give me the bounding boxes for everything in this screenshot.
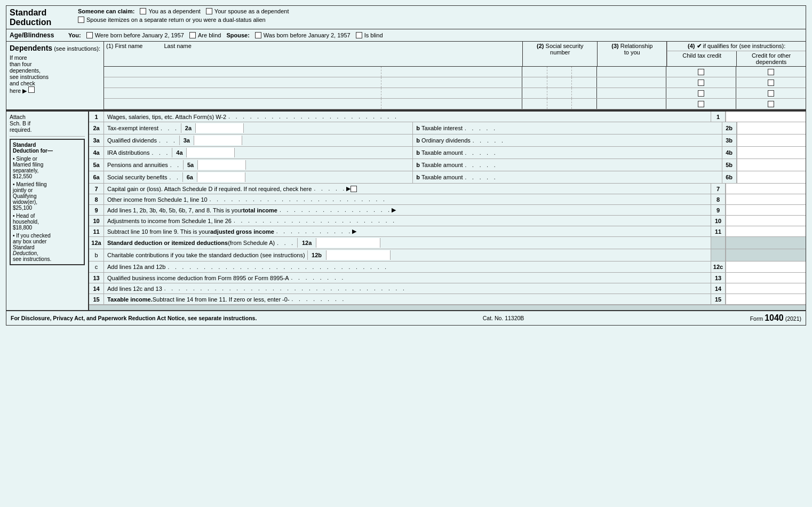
dep-row4-relationship[interactable] xyxy=(597,99,666,109)
line-8-final-num: 8 xyxy=(711,194,726,204)
line-12c-value[interactable] xyxy=(726,262,806,272)
dep-row4-last[interactable] xyxy=(381,99,522,109)
dep-row4-first[interactable] xyxy=(104,99,381,109)
main-lines-section: AttachSch. B ifrequired. StandardDeducti… xyxy=(6,110,806,310)
line-6b-value[interactable] xyxy=(737,171,806,183)
checkbox-more-dependents[interactable] xyxy=(28,86,35,93)
dep-row1-ssn1[interactable] xyxy=(522,67,547,77)
line-5a-input[interactable] xyxy=(198,160,246,170)
dep-row1-ssn3[interactable] xyxy=(572,67,596,77)
dep-row3-child-credit[interactable] xyxy=(666,88,736,98)
dependent-you-option[interactable]: You as a dependent xyxy=(140,8,200,14)
dep-row1-other-credit[interactable] xyxy=(736,67,806,77)
line-14-final-num: 14 xyxy=(711,283,726,294)
checkbox-born-1957-you[interactable] xyxy=(86,32,93,38)
line-11-value[interactable] xyxy=(726,226,806,236)
dep-row2-ssn3[interactable] xyxy=(572,77,596,88)
line-3-content: Qualified dividends . . . 3a b Ordinary … xyxy=(104,134,722,146)
line-8-row: 8 Other income from Schedule 1, line 10 … xyxy=(89,194,806,205)
line-14-value[interactable] xyxy=(726,283,806,294)
line-13-value[interactable] xyxy=(726,273,806,283)
dep-row3-relationship[interactable] xyxy=(597,88,666,98)
are-blind-you[interactable]: Are blind xyxy=(189,32,221,38)
std-ded-married-joint: • Married filingjointly orQualifyingwido… xyxy=(13,181,82,211)
line-3a-input[interactable] xyxy=(194,136,242,145)
checkbox-row1-child[interactable] xyxy=(698,69,704,75)
dep-row2-other-credit[interactable] xyxy=(736,77,806,88)
dep-row3-last[interactable] xyxy=(381,88,522,98)
checkbox-blind-you[interactable] xyxy=(189,32,196,38)
dep-row2-relationship[interactable] xyxy=(597,77,666,88)
line-13-num: 13 xyxy=(89,273,104,283)
line-4a-input[interactable] xyxy=(187,148,235,157)
line-7-value[interactable] xyxy=(726,184,806,194)
checkbox-born-1957-spouse[interactable] xyxy=(255,32,261,38)
dep-row1-child-credit[interactable] xyxy=(666,67,736,77)
line-14-desc: Add lines 12c and 13 . . . . . . . . . .… xyxy=(104,283,711,294)
line-5b-value[interactable] xyxy=(737,159,806,171)
dep-row4-child-credit[interactable] xyxy=(666,99,736,109)
dep-row1-first[interactable] xyxy=(104,67,381,77)
dep-row3-other-credit[interactable] xyxy=(736,88,806,98)
dep-row3-first[interactable] xyxy=(104,88,381,98)
line-2a-input[interactable] xyxy=(196,123,244,133)
line-8-value[interactable] xyxy=(726,194,806,204)
dep-row3-qualifies xyxy=(666,88,806,98)
dep-row4-ssn3[interactable] xyxy=(572,99,596,109)
dep-row1-ssn2[interactable] xyxy=(547,67,572,77)
line-6a-input[interactable] xyxy=(197,172,245,182)
line-10-value[interactable] xyxy=(726,216,806,226)
checkbox-row3-child[interactable] xyxy=(698,90,704,97)
blind-spouse-label: Is blind xyxy=(364,32,383,38)
dep-row2-first[interactable] xyxy=(104,77,381,88)
line-2b-value[interactable] xyxy=(737,122,806,134)
dep-row2-child-credit[interactable] xyxy=(666,77,736,88)
dep-row1-relationship[interactable] xyxy=(597,67,666,77)
checkbox-row4-other[interactable] xyxy=(768,101,774,107)
dep-row2-ssn2[interactable] xyxy=(547,77,572,88)
line-12a-value-shaded xyxy=(726,237,806,249)
spouse-itemizes-option[interactable]: Spouse itemizes on a separate return or … xyxy=(78,17,266,23)
dep-row4-ssn1[interactable] xyxy=(522,99,547,109)
checkbox-row3-other[interactable] xyxy=(768,90,774,97)
dep-row1-last[interactable] xyxy=(381,67,522,77)
checkbox-row1-other[interactable] xyxy=(768,69,774,75)
checkbox-spouse-itemizes[interactable] xyxy=(78,17,84,23)
line-4b-value[interactable] xyxy=(737,147,806,159)
line-9-value[interactable] xyxy=(726,205,806,215)
line-4a-desc: IRA distributions . . . 4a xyxy=(104,147,413,159)
checkbox-you-dependent[interactable] xyxy=(140,8,146,14)
age-blindness-label: Age/Blindness xyxy=(10,31,63,39)
line-3b-final-num: 3b xyxy=(722,134,737,146)
line-1-value[interactable] xyxy=(726,112,806,122)
line-2a-mid-num: 2a xyxy=(181,123,196,133)
line-12b-input[interactable] xyxy=(327,250,391,260)
line-15-value[interactable] xyxy=(726,294,806,304)
checkbox-row4-child[interactable] xyxy=(698,101,704,107)
dep-row3-ssn2[interactable] xyxy=(547,88,572,98)
born-before-1957-spouse[interactable]: Was born before January 2, 1957 xyxy=(255,32,351,38)
checkbox-spouse-dependent[interactable] xyxy=(206,8,212,14)
dep-row4-ssn2[interactable] xyxy=(547,99,572,109)
line-12a-input[interactable] xyxy=(316,238,380,248)
dep-row3-name xyxy=(104,88,522,98)
checkbox-blind-spouse[interactable] xyxy=(356,32,362,38)
dep-row2-last[interactable] xyxy=(381,77,522,88)
line-6a-desc: Social security benefits . . 6a xyxy=(104,171,413,183)
dependent-spouse-option[interactable]: Your spouse as a dependent xyxy=(206,8,289,14)
line-15-num: 15 xyxy=(89,294,104,304)
you-label: You: xyxy=(68,32,81,38)
line-14-row: 14 Add lines 12c and 13 . . . . . . . . … xyxy=(89,283,806,294)
dep-row3-ssn3[interactable] xyxy=(572,88,596,98)
line-3b-value[interactable] xyxy=(737,134,806,146)
dep-row4-other-credit[interactable] xyxy=(736,99,806,109)
checkbox-row2-other[interactable] xyxy=(768,80,774,86)
is-blind-spouse[interactable]: Is blind xyxy=(356,32,383,38)
checkbox-line7[interactable] xyxy=(351,186,357,192)
dep-col4a-label: Child tax credit xyxy=(682,52,721,59)
dep-row3-ssn1[interactable] xyxy=(522,88,547,98)
born-before-1957-you[interactable]: Were born before January 2, 1957 xyxy=(86,32,184,38)
line-4b-desc: b Taxable amount . . . . . xyxy=(413,147,721,159)
checkbox-row2-child[interactable] xyxy=(698,80,704,86)
dep-row2-ssn1[interactable] xyxy=(522,77,547,88)
